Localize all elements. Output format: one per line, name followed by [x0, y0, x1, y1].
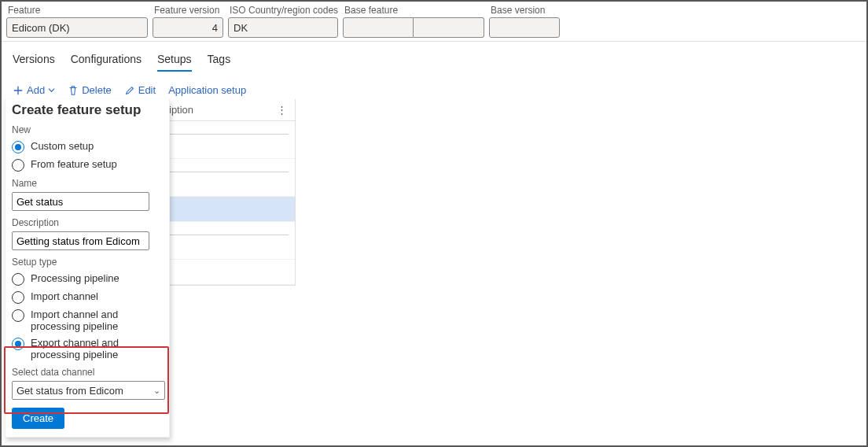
- radio-icon: [12, 291, 24, 304]
- tab-configurations[interactable]: Configurations: [71, 53, 142, 72]
- iso-input[interactable]: [228, 17, 338, 38]
- field-base: Base feature: [343, 5, 484, 38]
- data-channel-select[interactable]: Get status from Edicom ⌄: [12, 381, 165, 400]
- iso-label: ISO Country/region codes: [228, 5, 338, 16]
- plus-icon: [13, 85, 24, 96]
- field-version: Feature version: [153, 5, 223, 38]
- feature-input[interactable]: [6, 17, 148, 38]
- radio-icon: [12, 309, 24, 322]
- field-base-version: Base version: [489, 5, 560, 38]
- radio-import-channel[interactable]: Import channel: [12, 290, 163, 304]
- add-button[interactable]: Add: [13, 84, 55, 96]
- edit-label: Edit: [138, 84, 156, 96]
- radio-custom-setup[interactable]: Custom setup: [12, 140, 163, 153]
- radio-label: Export channel and processing pipeline: [31, 337, 163, 360]
- pencil-icon: [124, 85, 135, 96]
- radio-icon: [12, 338, 24, 350]
- field-feature: Feature: [6, 5, 148, 38]
- tab-tags[interactable]: Tags: [208, 53, 231, 72]
- version-input[interactable]: [153, 17, 223, 38]
- delete-label: Delete: [82, 84, 112, 96]
- more-icon[interactable]: ⋮: [277, 104, 289, 116]
- name-input[interactable]: [12, 192, 149, 211]
- radio-export-channel-pipeline[interactable]: Export channel and processing pipeline: [12, 337, 163, 360]
- new-label: New: [12, 124, 163, 135]
- radio-icon: [12, 159, 24, 172]
- edit-button[interactable]: Edit: [124, 84, 156, 96]
- radio-import-channel-pipeline[interactable]: Import channel and processing pipeline: [12, 308, 163, 332]
- description-input[interactable]: [12, 231, 149, 250]
- col-iption: iption: [169, 104, 193, 116]
- delete-button[interactable]: Delete: [68, 84, 112, 96]
- radio-label: Import channel: [31, 290, 98, 302]
- channel-value: Get status from Edicom: [17, 385, 123, 397]
- create-button[interactable]: Create: [12, 408, 64, 429]
- panel-title: Create feature setup: [12, 102, 163, 118]
- radio-label: Custom setup: [31, 140, 94, 152]
- radio-processing-pipeline[interactable]: Processing pipeline: [12, 272, 163, 286]
- radio-from-feature[interactable]: From feature setup: [12, 158, 163, 172]
- base-input-2[interactable]: [414, 17, 484, 38]
- chevron-down-icon: ⌄: [153, 386, 160, 396]
- feature-label: Feature: [6, 5, 148, 16]
- radio-label: From feature setup: [31, 158, 117, 170]
- tab-versions[interactable]: Versions: [13, 53, 55, 72]
- radio-label: Import channel and processing pipeline: [31, 308, 163, 332]
- version-label: Feature version: [153, 5, 223, 16]
- radio-icon: [12, 141, 24, 153]
- tab-setups[interactable]: Setups: [157, 53, 192, 72]
- name-label: Name: [12, 178, 163, 189]
- radio-icon: [12, 273, 24, 286]
- base-input-1[interactable]: [343, 17, 414, 38]
- field-iso: ISO Country/region codes: [228, 5, 338, 38]
- type-label: Setup type: [12, 257, 163, 268]
- channel-label: Select data channel: [12, 367, 163, 378]
- basev-label: Base version: [489, 5, 560, 16]
- app-setup-button[interactable]: Application setup: [168, 84, 246, 96]
- tab-bar: Versions Configurations Setups Tags: [2, 42, 866, 78]
- base-label: Base feature: [343, 5, 484, 16]
- top-field-bar: Feature Feature version ISO Country/regi…: [2, 2, 866, 42]
- trash-icon: [68, 85, 79, 96]
- app-setup-label: Application setup: [168, 84, 246, 96]
- desc-label: Description: [12, 217, 163, 228]
- radio-label: Processing pipeline: [31, 272, 120, 284]
- chevron-down-icon: [48, 87, 55, 94]
- basev-input[interactable]: [489, 17, 560, 38]
- add-label: Add: [27, 84, 45, 96]
- create-feature-setup-panel: Create feature setup New Custom setup Fr…: [5, 99, 170, 438]
